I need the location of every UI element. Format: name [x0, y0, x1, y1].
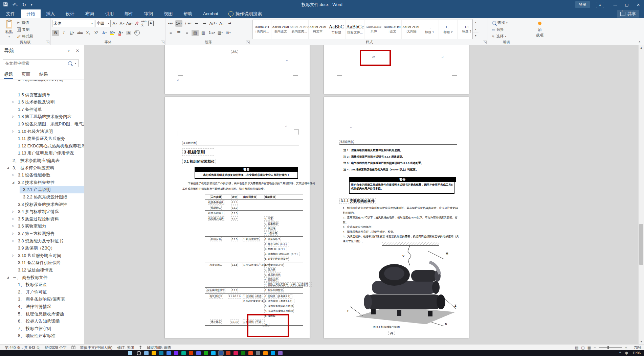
cut-button[interactable]: ✂剪切: [17, 20, 33, 26]
maximize-button[interactable]: ▢: [621, 0, 632, 9]
page-36[interactable]: ↵ 3 机组使用 3 机组使用 3.1 机组的安装就位 警告 离心式热泵机组是比…: [165, 97, 310, 338]
tab-审阅[interactable]: 审阅: [139, 9, 158, 18]
tab-视图[interactable]: 视图: [158, 9, 178, 18]
nav-item[interactable]: 2、 开户许可证: [0, 288, 84, 296]
taskbar-icon-app-gray[interactable]: [256, 351, 260, 355]
nav-item[interactable]: 3.12 诚信自律情况: [0, 266, 84, 274]
nav-item[interactable]: ▷3.10 售后服务响应时间: [0, 252, 84, 259]
tab-布局[interactable]: 布局: [80, 9, 99, 18]
italic-icon[interactable]: I: [60, 30, 67, 36]
nav-item[interactable]: 3.11 备品备件供应保障: [0, 259, 84, 266]
taskbar-icon-qq[interactable]: [211, 351, 216, 355]
nav-item[interactable]: 3.9 质保期（ZBQ）: [0, 244, 84, 252]
style-页脚[interactable]: AaBbCcDdEe页脚: [364, 20, 383, 39]
zoom-in-icon[interactable]: +: [625, 346, 627, 350]
expand-icon[interactable]: ▷: [12, 237, 14, 245]
share-button[interactable]: 共享: [617, 10, 639, 18]
taskbar-icon-task-view[interactable]: [144, 351, 149, 355]
nav-item[interactable]: 2、 技术条款响应/偏离表: [0, 157, 84, 164]
word-count[interactable]: 5/42328 个字: [45, 345, 67, 350]
tab-帮助[interactable]: 帮助: [178, 9, 198, 18]
align-center-icon[interactable]: ☰: [175, 30, 182, 36]
taskbar-icon-app-pink[interactable]: [234, 351, 238, 355]
multilevel-list-icon[interactable]: ⋮≡▾: [183, 20, 192, 27]
shading-icon[interactable]: ▨▾: [217, 30, 224, 36]
text-highlight-icon[interactable]: ab▾: [109, 30, 116, 36]
tab-设计[interactable]: 设计: [60, 9, 80, 18]
format-painter-button[interactable]: 🖉格式刷: [17, 33, 33, 39]
expand-icon[interactable]: ▷: [12, 171, 14, 179]
nav-item[interactable]: ▷3.6 实验室能力: [0, 222, 84, 230]
styles-gallery-scroll[interactable]: ▲ ▼ ▼̲: [472, 19, 479, 39]
styles-dialog-launcher[interactable]: ↘: [483, 41, 487, 44]
collapse-icon[interactable]: ◢: [7, 274, 9, 281]
align-left-icon[interactable]: ≡: [167, 30, 174, 36]
style-投标文件...[interactable]: AaBbCc投标文件...: [346, 20, 364, 39]
subscript-icon[interactable]: X₂: [85, 30, 92, 36]
zoom-slider-knob[interactable]: [607, 346, 609, 349]
collapse-icon[interactable]: ◢: [12, 179, 14, 186]
expand-icon[interactable]: ▷: [12, 113, 14, 120]
nav-item[interactable]: ◢3、 技术评分响应资料: [0, 164, 84, 172]
sign-in-button[interactable]: 登录: [575, 1, 590, 8]
nav-tab-标题[interactable]: 标题: [4, 70, 13, 79]
tell-me-search[interactable]: 操作说明搜索: [228, 9, 262, 18]
taskbar-icon-app-rust[interactable]: [226, 351, 230, 355]
taskbar-icon-file-explorer[interactable]: [152, 351, 156, 355]
proofing-icon[interactable]: [71, 346, 75, 350]
character-shading-icon[interactable]: A: [125, 30, 132, 36]
expand-icon[interactable]: ▷: [12, 230, 14, 237]
scroll-down-icon[interactable]: ▼: [639, 339, 644, 344]
nav-item[interactable]: ▷3.5 质量过程控制资料: [0, 215, 84, 223]
increase-indent-icon[interactable]: ⇥: [201, 20, 208, 27]
style-表内正文[interactable]: AaBbCcDdI表内正文: [271, 20, 290, 39]
nav-item[interactable]: ▷3.7 第三方检测报告: [0, 230, 84, 237]
nav-tab-结果[interactable]: 结果: [39, 70, 48, 79]
character-border-icon[interactable]: A: [147, 20, 154, 27]
taskbar-icon-app-orange[interactable]: [189, 351, 193, 355]
track-changes-indicator[interactable]: 修订: 关闭: [117, 345, 134, 350]
asian-layout-icon[interactable]: A⇄▾: [209, 20, 217, 27]
nav-tab-页面[interactable]: 页面: [22, 70, 30, 79]
nav-item[interactable]: 1.11 质量保证及售后服务: [0, 135, 84, 142]
nav-search-box[interactable]: ▾: [3, 59, 79, 67]
nav-item[interactable]: 1.5 供货范围清单: [0, 91, 84, 99]
nav-close-icon[interactable]: ✕: [76, 48, 79, 53]
nav-item[interactable]: ▷3.4 参与标准制定情况: [0, 208, 84, 215]
styles-more-icon[interactable]: ▼̲: [473, 32, 479, 39]
taskbar-icon-app-blue[interactable]: [271, 351, 275, 355]
style-标题 1[interactable]: 一、标题 1: [420, 20, 439, 39]
search-dropdown-icon[interactable]: ▾: [75, 62, 76, 65]
taskbar-icon-app-green[interactable]: [241, 351, 245, 355]
nav-item[interactable]: 1.13 用户证明及用户使用情况: [0, 149, 84, 157]
zoom-level[interactable]: 70%: [630, 346, 641, 350]
styles-scroll-down-icon[interactable]: ▼: [473, 26, 479, 33]
style-↓正文[interactable]: AaBbCcDdI↓正文: [383, 20, 402, 39]
nav-item[interactable]: 3.3 投标设备的技术先进性: [0, 201, 84, 208]
clock[interactable]: 11:06: [632, 351, 641, 355]
number-list-icon[interactable]: 1≡▾: [175, 20, 182, 27]
style-↓表内列...[interactable]: AaBbCcD↓表内列...: [253, 20, 271, 39]
bullet-list-icon[interactable]: •≡▾: [167, 20, 174, 27]
show-marks-icon[interactable]: ↵: [226, 20, 234, 27]
read-mode-icon[interactable]: ▤: [575, 346, 578, 350]
style-↓无间隔[interactable]: AaBbCcDdI↓无间隔: [402, 20, 420, 39]
borders-icon[interactable]: ⊞▾: [225, 30, 232, 36]
start-button[interactable]: [128, 351, 132, 355]
font-color-icon[interactable]: A▾: [117, 30, 124, 36]
style-表内左两...[interactable]: AaBbCcDdEe表内左两...: [290, 20, 309, 39]
grow-font-icon[interactable]: A▲: [112, 20, 119, 27]
addins-button[interactable]: 加 载项: [532, 19, 548, 40]
nav-item[interactable]: 1.7 备件清单: [0, 106, 84, 113]
document-canvas[interactable]: -26- ↵ ↵ -27- ↵ ↵ 3 机组使用 3 机组使用 3.1 机组的安…: [84, 45, 639, 344]
taskbar-icon-search[interactable]: [137, 351, 141, 355]
ime-indicator[interactable]: 中: [625, 351, 628, 356]
collapse-icon[interactable]: ◢: [7, 164, 9, 172]
nav-item[interactable]: 1.12 EKDC离心式热泵机组保养程序: [0, 142, 84, 150]
style-标题 2[interactable]: 1、标题 2: [439, 20, 458, 39]
style-标题 3[interactable]: 1.1标题 3: [458, 20, 472, 39]
shrink-font-icon[interactable]: A▼: [119, 20, 126, 27]
style-纯文本[interactable]: AaBbCcDdI纯文本: [309, 20, 327, 39]
collapse-ribbon-icon[interactable]: ∧: [638, 40, 641, 44]
nav-item[interactable]: 8、 响应性评审标准: [0, 332, 84, 339]
